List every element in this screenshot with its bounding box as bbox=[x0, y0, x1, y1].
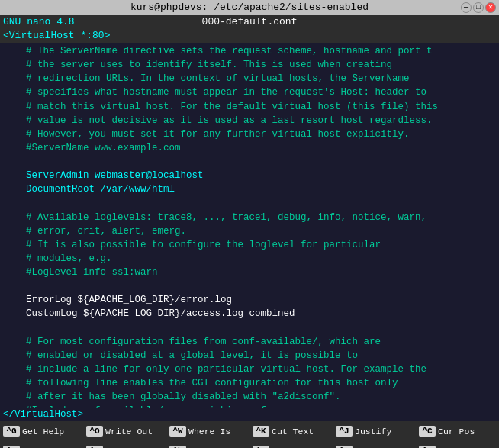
editor-line: # following line enables the CGI configu… bbox=[3, 376, 496, 390]
title-bar: kurs@phpdevs: /etc/apache2/sites-enabled… bbox=[0, 0, 499, 15]
editor-line bbox=[3, 155, 496, 169]
close-button[interactable]: ✕ bbox=[485, 2, 496, 13]
shortcut-key: ^W bbox=[169, 426, 186, 437]
shortcut-item[interactable]: ^TTo Spell bbox=[333, 441, 416, 448]
shortcut-label: Get Help bbox=[22, 427, 64, 437]
editor-line: # value is not decisive as it is used as… bbox=[3, 114, 496, 127]
editor-line: # The ServerName directive sets the requ… bbox=[3, 44, 496, 58]
maximize-button[interactable]: □ bbox=[473, 2, 484, 13]
shortcut-item[interactable]: ^GGet Help bbox=[0, 421, 83, 441]
editor-line: ServerAdmin webmaster@localhost bbox=[3, 169, 496, 182]
editor-line: # specifies what hostname must appear in… bbox=[3, 85, 496, 99]
editor-line: # include a line for only one particular… bbox=[3, 363, 496, 376]
shortcut-key: ^J bbox=[336, 426, 353, 437]
editor-line bbox=[3, 196, 496, 210]
editor-line: # modules, e.g. bbox=[3, 252, 496, 266]
virtual-host-start: < bbox=[3, 30, 9, 42]
shortcut-label: Justify bbox=[355, 427, 391, 437]
editor-content[interactable]: # The ServerName directive sets the requ… bbox=[0, 43, 499, 408]
window-title: kurs@phpdevs: /etc/apache2/sites-enabled bbox=[130, 0, 369, 15]
editor-line: # It is also possible to configure the l… bbox=[3, 238, 496, 252]
app-name: GNU nano 4.8 bbox=[3, 16, 75, 28]
shortcut-item[interactable]: ^UPaste Text bbox=[250, 441, 333, 448]
minimize-button[interactable]: — bbox=[461, 2, 472, 13]
editor-line bbox=[3, 321, 496, 335]
shortcut-label: Cut Text bbox=[272, 427, 314, 437]
shortcut-key: ^C bbox=[419, 426, 436, 437]
editor-header-text: VirtualHost *:80> bbox=[9, 30, 111, 42]
shortcut-item[interactable]: ^CCur Pos bbox=[416, 421, 499, 441]
shortcut-item[interactable]: ^WWhere Is bbox=[166, 421, 250, 441]
editor-line: DocumentRoot /var/www/html bbox=[3, 182, 496, 196]
shortcut-label: Where Is bbox=[188, 427, 230, 437]
editor-line: CustomLog ${APACHE_LOG_DIR}/access.log c… bbox=[3, 307, 496, 321]
virtual-host-end: </VirtualHost> bbox=[0, 408, 499, 421]
editor-line: # after it has been globally disabled wi… bbox=[3, 390, 496, 404]
editor-line: # the server uses to identify itself. Th… bbox=[3, 58, 496, 72]
shortcut-key: ^O bbox=[86, 426, 103, 437]
editor-line: ErrorLog ${APACHE_LOG_DIR}/error.log bbox=[3, 293, 496, 307]
shortcut-label: Cur Pos bbox=[438, 427, 475, 437]
editor-line: # Available loglevels: trace8, ..., trac… bbox=[3, 211, 496, 224]
filename-center: 000-default.conf bbox=[202, 16, 298, 28]
shortcut-item[interactable]: ^KCut Text bbox=[250, 421, 333, 441]
menu-bar: GNU nano 4.8 000-default.conf bbox=[0, 15, 499, 29]
editor-line: # redirection URLs. In the context of vi… bbox=[3, 72, 496, 85]
editor-line: # match this virtual host. For the defau… bbox=[3, 100, 496, 114]
shortcut-item[interactable]: ^\Replace bbox=[166, 441, 250, 448]
shortcut-key: ^K bbox=[253, 426, 269, 437]
shortcut-item[interactable]: ^JJustify bbox=[333, 421, 416, 441]
editor-line: #ServerName www.example.com bbox=[3, 141, 496, 155]
editor-line: # enabled or disabled at a global level,… bbox=[3, 349, 496, 363]
shortcut-item[interactable]: ^OWrite Out bbox=[83, 421, 166, 441]
shortcut-item[interactable]: ^_Go To Line bbox=[416, 441, 499, 448]
editor-line: # However, you must set it for any furth… bbox=[3, 127, 496, 141]
editor-line: # error, crit, alert, emerg. bbox=[3, 224, 496, 238]
shortcut-item[interactable]: ^XExit bbox=[0, 441, 83, 448]
shortcut-item[interactable]: ^RRead File bbox=[83, 441, 166, 448]
editor-line: #LogLevel info ssl:warn bbox=[3, 266, 496, 279]
editor-line bbox=[3, 279, 496, 293]
shortcut-bar: ^GGet Help^OWrite Out^WWhere Is^KCut Tex… bbox=[0, 421, 499, 448]
shortcut-key: ^G bbox=[3, 426, 20, 437]
editor-header: <VirtualHost *:80> bbox=[0, 29, 499, 43]
editor-line: # For most configuration files from conf… bbox=[3, 335, 496, 349]
window-controls: — □ ✕ bbox=[461, 2, 496, 13]
shortcut-label: Write Out bbox=[105, 427, 153, 437]
